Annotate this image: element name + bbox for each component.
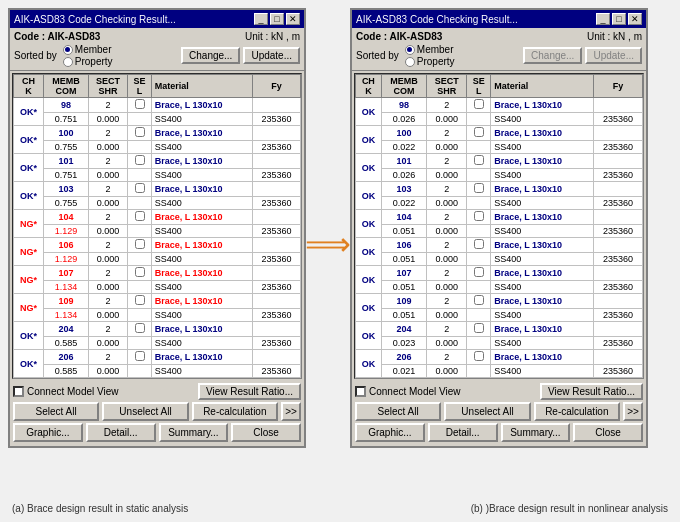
left-connect-checkbox[interactable] — [13, 386, 24, 397]
right-caption: (b) )Brace design result in nonlinear an… — [471, 503, 668, 514]
left-select-all-btn[interactable]: Select All — [13, 402, 99, 421]
left-summary-btn[interactable]: Summary... — [159, 423, 229, 442]
row-checkbox[interactable] — [474, 155, 484, 165]
right-header-buttons: Change... Update... — [523, 47, 642, 64]
table-row: 0.7550.000SS400235360 — [14, 197, 301, 210]
sub-sel-cell — [467, 225, 491, 238]
right-recalc-btn[interactable]: Re-calculation — [534, 402, 620, 421]
sub-fy-cell: 235360 — [594, 197, 643, 210]
sub-memb-cell: 1.129 — [44, 225, 89, 238]
table-row: 0.0510.000SS400235360 — [356, 253, 643, 266]
sel-cell — [467, 98, 491, 113]
status-cell: OK* — [14, 154, 44, 182]
right-col-sect: SECTSHR — [427, 75, 467, 98]
table-row: OK1042Brace, L 130x10 — [356, 210, 643, 225]
row-checkbox[interactable] — [135, 99, 145, 109]
right-connect-checkbox[interactable] — [355, 386, 366, 397]
left-maximize-btn[interactable]: □ — [270, 13, 284, 25]
left-close-btn[interactable]: ✕ — [286, 13, 300, 25]
left-more-btn[interactable]: >> — [281, 402, 301, 421]
right-close-btn[interactable]: ✕ — [628, 13, 642, 25]
right-unselect-all-btn[interactable]: Unselect All — [444, 402, 530, 421]
left-titlebar-buttons: _ □ ✕ — [254, 13, 300, 25]
sect-cell: 2 — [88, 294, 128, 309]
right-change-btn[interactable]: Change... — [523, 47, 582, 64]
right-close-panel-btn[interactable]: Close — [573, 423, 643, 442]
row-checkbox[interactable] — [474, 323, 484, 333]
left-radio-property[interactable]: Property — [63, 56, 113, 67]
left-graphic-btn[interactable]: Graphic... — [13, 423, 83, 442]
sub-sel-cell — [128, 309, 151, 322]
sub-fy-cell: 235360 — [594, 309, 643, 322]
mat-cell: Brace, L 130x10 — [151, 238, 252, 253]
sub-sect-cell: 0.000 — [427, 365, 467, 378]
row-checkbox[interactable] — [474, 351, 484, 361]
right-radio-property-circle — [405, 57, 415, 67]
right-radio-member-circle — [405, 45, 415, 55]
sub-fy-cell: 235360 — [252, 365, 300, 378]
right-more-btn[interactable]: >> — [623, 402, 643, 421]
right-radio-member-label: Member — [417, 44, 454, 55]
left-recalc-btn[interactable]: Re-calculation — [192, 402, 278, 421]
mat-cell: Brace, L 130x10 — [151, 350, 252, 365]
left-update-btn[interactable]: Update... — [243, 47, 300, 64]
right-update-btn[interactable]: Update... — [585, 47, 642, 64]
row-checkbox[interactable] — [135, 239, 145, 249]
right-graphic-btn[interactable]: Graphic... — [355, 423, 425, 442]
left-minimize-btn[interactable]: _ — [254, 13, 268, 25]
left-detail-btn[interactable]: Detail... — [86, 423, 156, 442]
table-row: NG*1062Brace, L 130x10 — [14, 238, 301, 253]
right-view-result-btn[interactable]: View Result Ratio... — [540, 383, 643, 400]
sub-fy-cell: 235360 — [594, 141, 643, 154]
right-summary-btn[interactable]: Summary... — [501, 423, 571, 442]
sect-cell: 2 — [427, 210, 467, 225]
row-checkbox[interactable] — [474, 267, 484, 277]
row-checkbox[interactable] — [474, 239, 484, 249]
sub-mat-cell: SS400 — [151, 225, 252, 238]
row-checkbox[interactable] — [135, 211, 145, 221]
sel-cell — [128, 182, 151, 197]
row-checkbox[interactable] — [474, 99, 484, 109]
left-close-panel-btn[interactable]: Close — [231, 423, 301, 442]
sub-sect-cell: 0.000 — [88, 253, 128, 266]
row-checkbox[interactable] — [474, 183, 484, 193]
left-view-result-btn[interactable]: View Result Ratio... — [198, 383, 301, 400]
sub-memb-cell: 0.755 — [44, 141, 89, 154]
row-checkbox[interactable] — [135, 127, 145, 137]
row-checkbox[interactable] — [135, 183, 145, 193]
left-unselect-all-btn[interactable]: Unselect All — [102, 402, 188, 421]
row-checkbox[interactable] — [135, 351, 145, 361]
sub-memb-cell: 0.022 — [381, 197, 426, 210]
right-col-sel: SEL — [467, 75, 491, 98]
arrow-container: ⟹ — [310, 225, 346, 263]
right-radio-property[interactable]: Property — [405, 56, 455, 67]
left-titlebar: AIK-ASD83 Code Checking Result... _ □ ✕ — [10, 10, 304, 28]
left-radio-member[interactable]: Member — [63, 44, 113, 55]
row-checkbox[interactable] — [474, 295, 484, 305]
sub-fy-cell: 235360 — [252, 113, 300, 126]
left-change-btn[interactable]: Change... — [181, 47, 240, 64]
sub-mat-cell: SS400 — [151, 309, 252, 322]
table-row: 0.7510.000SS400235360 — [14, 169, 301, 182]
row-checkbox[interactable] — [474, 127, 484, 137]
row-checkbox[interactable] — [135, 155, 145, 165]
sub-sect-cell: 0.000 — [88, 309, 128, 322]
fy-cell — [594, 98, 643, 113]
sect-cell: 2 — [88, 154, 128, 169]
right-radio-member[interactable]: Member — [405, 44, 455, 55]
row-checkbox[interactable] — [474, 211, 484, 221]
row-checkbox[interactable] — [135, 295, 145, 305]
row-checkbox[interactable] — [135, 267, 145, 277]
sub-sect-cell: 0.000 — [88, 281, 128, 294]
table-row: OK1062Brace, L 130x10 — [356, 238, 643, 253]
row-checkbox[interactable] — [135, 323, 145, 333]
right-detail-btn[interactable]: Detail... — [428, 423, 498, 442]
table-row: 1.1290.000SS400235360 — [14, 253, 301, 266]
sub-mat-cell: SS400 — [151, 253, 252, 266]
right-maximize-btn[interactable]: □ — [612, 13, 626, 25]
memb-cell: 106 — [381, 238, 426, 253]
right-select-all-btn[interactable]: Select All — [355, 402, 441, 421]
sect-cell: 2 — [88, 98, 128, 113]
mat-cell: Brace, L 130x10 — [491, 154, 594, 169]
right-minimize-btn[interactable]: _ — [596, 13, 610, 25]
